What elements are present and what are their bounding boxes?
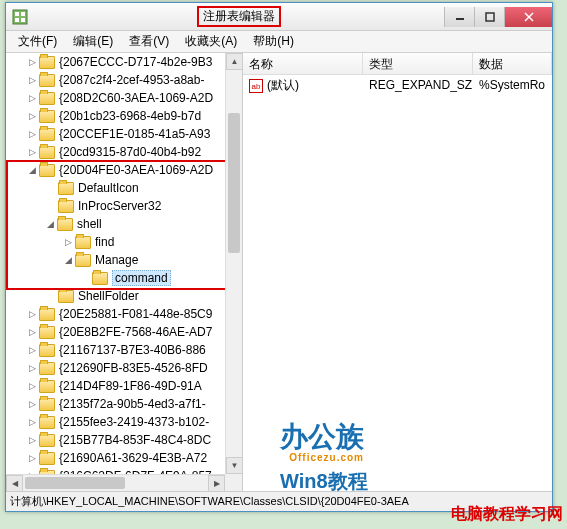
tree-node[interactable]: InProcServer32 — [6, 197, 225, 215]
svg-rect-1 — [15, 12, 19, 16]
expand-icon[interactable]: ▷ — [26, 344, 38, 356]
close-button[interactable] — [504, 7, 552, 27]
tree-node[interactable]: ▷{2155fee3-2419-4373-b102- — [6, 413, 225, 431]
tree-node[interactable]: ▷{212690FB-83E5-4526-8FD — [6, 359, 225, 377]
folder-icon — [39, 398, 55, 411]
collapse-icon[interactable]: ◢ — [26, 164, 38, 176]
expand-icon[interactable]: ▷ — [26, 326, 38, 338]
tree-vscrollbar[interactable]: ▲▼ — [225, 53, 242, 474]
expand-icon[interactable]: ▷ — [26, 362, 38, 374]
expand-icon[interactable]: ▷ — [62, 236, 74, 248]
string-value-icon: ab — [249, 79, 263, 93]
list-row[interactable]: ab(默认) REG_EXPAND_SZ %SystemRo — [243, 75, 552, 95]
folder-icon — [58, 290, 74, 303]
folder-icon — [57, 218, 73, 231]
tree-node[interactable]: ◢{20D04FE0-3AEA-1069-A2D — [6, 161, 225, 179]
folder-icon — [39, 344, 55, 357]
folder-icon — [39, 128, 55, 141]
svg-rect-4 — [21, 18, 25, 22]
menu-edit[interactable]: 编辑(E) — [65, 31, 121, 52]
col-name[interactable]: 名称 — [243, 53, 363, 74]
scroll-left-icon[interactable]: ◀ — [6, 475, 23, 492]
tree-node[interactable]: ▷{215B77B4-853F-48C4-8DC — [6, 431, 225, 449]
menu-file[interactable]: 文件(F) — [10, 31, 65, 52]
minimize-button[interactable] — [444, 7, 474, 27]
tree-label: {2155fee3-2419-4373-b102- — [59, 415, 209, 429]
expand-icon[interactable]: ▷ — [26, 74, 38, 86]
tree-node[interactable]: ▷{216C62DF-6D7F-4E9A-857 — [6, 467, 225, 474]
tree-node[interactable]: ▷{2067ECCC-D717-4b2e-9B3 — [6, 53, 225, 71]
expand-icon[interactable]: ▷ — [26, 56, 38, 68]
tree-node[interactable]: ▷{20E8B2FE-7568-46AE-AD7 — [6, 323, 225, 341]
tree-node[interactable]: ▷{208D2C60-3AEA-1069-A2D — [6, 89, 225, 107]
menu-view[interactable]: 查看(V) — [121, 31, 177, 52]
app-icon — [12, 9, 28, 25]
tree-node[interactable]: ▷{20b1cb23-6968-4eb9-b7d — [6, 107, 225, 125]
window-controls — [444, 7, 552, 27]
cell-type: REG_EXPAND_SZ — [363, 78, 473, 92]
folder-icon — [39, 146, 55, 159]
folder-icon — [39, 164, 55, 177]
col-type[interactable]: 类型 — [363, 53, 473, 74]
scroll-right-icon[interactable]: ▶ — [208, 475, 225, 492]
tree-pane: ▷{2067ECCC-D717-4b2e-9B3▷{2087c2f4-2cef-… — [6, 53, 243, 491]
tree-label: {20E8B2FE-7568-46AE-AD7 — [59, 325, 212, 339]
folder-icon — [75, 236, 91, 249]
tree-label: {2067ECCC-D717-4b2e-9B3 — [59, 55, 212, 69]
scroll-thumb[interactable] — [25, 477, 125, 489]
expand-icon[interactable]: ▷ — [26, 128, 38, 140]
folder-icon — [92, 272, 108, 285]
tree-label: {20b1cb23-6968-4eb9-b7d — [59, 109, 201, 123]
menubar: 文件(F) 编辑(E) 查看(V) 收藏夹(A) 帮助(H) — [6, 31, 552, 53]
folder-icon — [39, 362, 55, 375]
tree-node[interactable]: ▷{20E25881-F081-448e-85C9 — [6, 305, 225, 323]
tree-label: DefaultIcon — [78, 181, 139, 195]
expand-icon[interactable]: ▷ — [26, 146, 38, 158]
tree-node[interactable]: ▷{21167137-B7E3-40B6-886 — [6, 341, 225, 359]
tree-node[interactable]: ▷{2087c2f4-2cef-4953-a8ab- — [6, 71, 225, 89]
tree-label: {20E25881-F081-448e-85C9 — [59, 307, 212, 321]
folder-icon — [39, 92, 55, 105]
expand-icon[interactable]: ▷ — [26, 452, 38, 464]
list-pane: 名称 类型 数据 ab(默认) REG_EXPAND_SZ %SystemRo — [243, 53, 552, 491]
tree-node[interactable]: ◢Manage — [6, 251, 225, 269]
tree-node[interactable]: ▷{2135f72a-90b5-4ed3-a7f1- — [6, 395, 225, 413]
menu-help[interactable]: 帮助(H) — [245, 31, 302, 52]
tree-node-selected[interactable]: command — [6, 269, 225, 287]
scroll-thumb[interactable] — [228, 113, 240, 253]
folder-icon — [75, 254, 91, 267]
tree-label: {20cd9315-87d0-40b4-b92 — [59, 145, 201, 159]
tree-label: {21167137-B7E3-40B6-886 — [59, 343, 206, 357]
tree-node[interactable]: ▷{20cd9315-87d0-40b4-b92 — [6, 143, 225, 161]
titlebar: 注册表编辑器 — [6, 3, 552, 31]
expand-icon[interactable]: ▷ — [26, 380, 38, 392]
maximize-button[interactable] — [474, 7, 504, 27]
tree-label: {21690A61-3629-4E3B-A72 — [59, 451, 207, 465]
expand-icon[interactable]: ▷ — [26, 434, 38, 446]
tree-node[interactable]: ▷find — [6, 233, 225, 251]
col-data[interactable]: 数据 — [473, 53, 552, 74]
scroll-down-icon[interactable]: ▼ — [226, 457, 243, 474]
scroll-up-icon[interactable]: ▲ — [226, 53, 243, 70]
svg-rect-2 — [21, 12, 25, 16]
regedit-window: 注册表编辑器 文件(F) 编辑(E) 查看(V) 收藏夹(A) 帮助(H) ▷{… — [5, 2, 553, 512]
tree-node[interactable]: ▷{20CCEF1E-0185-41a5-A93 — [6, 125, 225, 143]
tree-hscrollbar[interactable]: ◀▶ — [6, 474, 225, 491]
expand-icon[interactable]: ▷ — [26, 308, 38, 320]
collapse-icon[interactable]: ◢ — [44, 218, 56, 230]
expand-icon[interactable]: ▷ — [26, 398, 38, 410]
folder-icon — [39, 416, 55, 429]
tree-node[interactable]: ▷{21690A61-3629-4E3B-A72 — [6, 449, 225, 467]
expand-icon[interactable]: ▷ — [26, 110, 38, 122]
status-bar: 计算机\HKEY_LOCAL_MACHINE\SOFTWARE\Classes\… — [6, 491, 552, 511]
expand-icon[interactable]: ▷ — [26, 92, 38, 104]
tree-label: {2087c2f4-2cef-4953-a8ab- — [59, 73, 204, 87]
tree-node[interactable]: ShellFolder — [6, 287, 225, 305]
tree-node[interactable]: ▷{214D4F89-1F86-49D-91A — [6, 377, 225, 395]
tree-label: InProcServer32 — [78, 199, 161, 213]
tree-node[interactable]: ◢shell — [6, 215, 225, 233]
menu-favorites[interactable]: 收藏夹(A) — [177, 31, 245, 52]
collapse-icon[interactable]: ◢ — [62, 254, 74, 266]
expand-icon[interactable]: ▷ — [26, 416, 38, 428]
tree-node[interactable]: DefaultIcon — [6, 179, 225, 197]
